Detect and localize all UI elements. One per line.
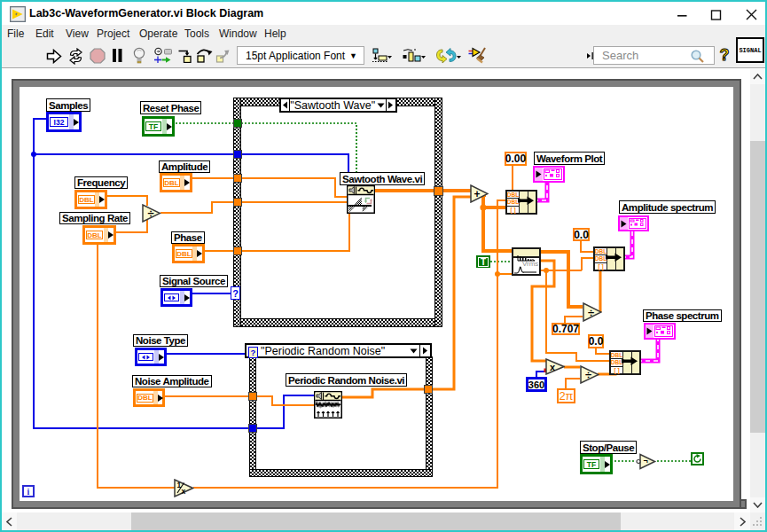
horizontal-scrollbar-thumb[interactable] (131, 512, 621, 530)
context-help-button[interactable]: ? (716, 44, 732, 66)
phase-spectrum-label[interactable]: Phase spectrum (643, 309, 722, 322)
build-waveform-2[interactable]: DBL DBL [ ] (593, 246, 625, 271)
tunnel-reset-phase[interactable] (233, 119, 242, 128)
tunnel-case2-out[interactable] (424, 385, 433, 394)
case2-selector-terminal[interactable]: ? (248, 347, 258, 358)
vi-icon-box[interactable]: SIGNAL (736, 37, 764, 63)
constant-deg-factor[interactable]: 360 (526, 377, 547, 392)
waveform-plot-terminal[interactable] (533, 166, 565, 183)
case2-dropdown-icon[interactable] (407, 345, 419, 356)
abort-button-icon[interactable] (90, 48, 106, 64)
clean-up-diagram-button-icon[interactable] (468, 47, 492, 64)
align-objects-button-icon[interactable] (372, 48, 394, 64)
case1-prev-arrow[interactable] (281, 99, 290, 111)
wire-noise-to-add[interactable] (432, 197, 471, 389)
menu-operate[interactable]: Operate (139, 27, 177, 42)
search-icon[interactable] (690, 49, 705, 64)
case2-selector-label[interactable]: "Periodic Random Noise" (245, 343, 432, 358)
loop-condition-terminal[interactable] (691, 452, 704, 466)
wire-amplitude-in[interactable] (241, 178, 347, 197)
iteration-terminal[interactable]: i (22, 485, 35, 497)
frequency-terminal[interactable]: DBL (74, 190, 107, 209)
wire-samples-case2-in[interactable] (256, 395, 315, 428)
tunnel-case1-out[interactable] (434, 186, 443, 196)
block-diagram-canvas[interactable]: "Sawtooth Wave" ? "Periodic Random Noise… (2, 69, 750, 512)
vertical-scrollbar[interactable] (750, 69, 765, 512)
noise-vi-label[interactable]: Periodic Random Noise.vi (286, 373, 407, 387)
scroll-down-arrow[interactable] (750, 497, 765, 512)
constant-two-pi[interactable]: 2π (557, 388, 575, 403)
amplitude-label[interactable]: Amplitude (159, 160, 210, 173)
frequency-label[interactable]: Frequency (74, 176, 128, 189)
wire-noise-amplitude-in[interactable] (256, 396, 314, 405)
phase-spectrum-terminal[interactable] (644, 323, 676, 340)
distribute-objects-button-icon[interactable] (402, 48, 428, 64)
wire-noise-out[interactable] (342, 389, 424, 397)
resize-grip[interactable] (750, 512, 765, 530)
wire-phase-in[interactable] (241, 214, 349, 251)
sampling-rate-label[interactable]: Sampling Rate (59, 212, 130, 224)
case1-selector-label[interactable]: "Sawtooth Wave" (279, 98, 397, 113)
sawtooth-vi-icon[interactable] (347, 185, 375, 214)
menu-project[interactable]: Project (97, 27, 129, 42)
constant-phase-t0[interactable]: 0.0 (588, 334, 604, 348)
divide3-node[interactable]: ÷ (580, 365, 599, 384)
case1-dropdown-icon[interactable] (375, 99, 386, 111)
tunnel-samples-case2[interactable] (248, 424, 257, 433)
signal-source-terminal[interactable] (160, 288, 192, 307)
reset-phase-terminal[interactable]: TF (142, 116, 175, 137)
scroll-left-arrow[interactable] (2, 512, 17, 530)
step-out-button-icon[interactable] (215, 48, 232, 63)
reorder-button-icon[interactable] (435, 48, 463, 64)
reset-phase-label[interactable]: Reset Phase (140, 101, 201, 114)
constant-amp-t0[interactable]: 0.0 (573, 228, 590, 241)
amplitude-terminal[interactable]: DBL (160, 173, 192, 192)
run-button-icon[interactable] (46, 49, 63, 64)
wire-amp-t0[interactable] (581, 241, 593, 252)
case1-selector-terminal[interactable]: ? (231, 286, 240, 300)
run-continuously-button-icon[interactable] (67, 48, 85, 65)
phase-terminal[interactable]: DBL (172, 244, 205, 263)
case2-next-arrow[interactable] (419, 345, 430, 356)
vertical-scrollbar-thumb[interactable] (750, 141, 765, 433)
wire-two-pi[interactable] (566, 379, 580, 388)
wire-df-bwf2[interactable] (582, 258, 593, 270)
sawtooth-vi-label[interactable]: Sawtooth Wave.vi (340, 172, 425, 185)
menu-file[interactable]: File (7, 27, 24, 42)
menu-help[interactable]: Help (264, 27, 286, 42)
tunnel-noise-amplitude[interactable] (248, 392, 257, 401)
retain-wire-values-button-icon[interactable] (153, 47, 172, 66)
constant-wf-t0[interactable]: 0.00 (505, 152, 527, 166)
tunnel-samples-case1[interactable] (233, 150, 242, 159)
spectrum-node[interactable]: Vrms (512, 247, 541, 276)
case1-selector-value[interactable]: "Sawtooth Wave" (290, 99, 375, 111)
waveform-plot-label[interactable]: Waveform Plot (534, 152, 605, 165)
noise-type-label[interactable]: Noise Type (133, 334, 188, 347)
menu-tools[interactable]: Tools (184, 27, 209, 42)
wire-phase-t0[interactable] (596, 348, 609, 354)
constant-rms-factor[interactable]: 0.707 (552, 323, 580, 335)
wire-freq-ratio[interactable] (160, 202, 234, 213)
case2-selector-value[interactable]: "Periodic Random Noise" (258, 345, 407, 356)
signal-source-label[interactable]: Signal Source (160, 275, 228, 287)
wire-rms-factor[interactable] (565, 317, 583, 323)
not-node[interactable]: ¬ (636, 453, 657, 470)
scroll-up-arrow[interactable] (750, 69, 765, 84)
scroll-right-arrow[interactable] (734, 512, 750, 530)
noise-amplitude-label[interactable]: Noise Amplitude (132, 375, 212, 387)
noise-amplitude-terminal[interactable]: DBL (133, 388, 165, 407)
stop-pause-label[interactable]: Stop/Pause (580, 441, 637, 454)
samples-label[interactable]: Samples (46, 98, 90, 112)
menu-edit[interactable]: Edit (35, 27, 54, 42)
divide2-node[interactable]: ÷ (583, 302, 602, 322)
maximize-button[interactable] (707, 6, 724, 24)
wire-frequency[interactable] (102, 196, 147, 206)
amplitude-spectrum-label[interactable]: Amplitude spectrum (619, 200, 716, 214)
samples-terminal[interactable]: I32 (46, 112, 82, 132)
pause-button-icon[interactable] (111, 49, 123, 62)
horizontal-scrollbar[interactable] (2, 512, 750, 530)
menu-window[interactable]: Window (219, 27, 257, 42)
tunnel-amplitude[interactable] (233, 174, 242, 183)
constant-true[interactable]: T (476, 255, 490, 268)
step-into-button-icon[interactable] (177, 49, 192, 63)
